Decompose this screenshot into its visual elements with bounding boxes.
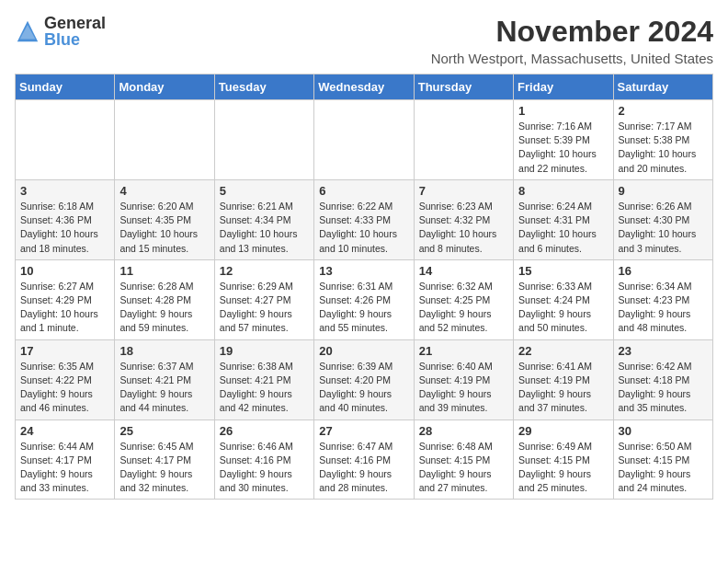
day-info: Sunrise: 6:41 AM Sunset: 4:19 PM Dayligh… [518,360,608,416]
logo-general: General [44,15,106,31]
calendar-cell: 28Sunrise: 6:48 AM Sunset: 4:15 PM Dayli… [414,419,513,500]
calendar-week-1: 1Sunrise: 7:16 AM Sunset: 5:39 PM Daylig… [16,100,713,180]
day-info: Sunrise: 7:17 AM Sunset: 5:38 PM Dayligh… [619,120,708,176]
day-info: Sunrise: 6:20 AM Sunset: 4:35 PM Dayligh… [119,200,209,256]
day-number: 23 [619,344,708,358]
day-info: Sunrise: 6:38 AM Sunset: 4:21 PM Dayligh… [220,360,309,416]
calendar-cell: 11Sunrise: 6:28 AM Sunset: 4:28 PM Dayli… [115,259,214,339]
day-number: 22 [518,344,608,358]
calendar-cell: 13Sunrise: 6:31 AM Sunset: 4:26 PM Dayli… [314,259,414,339]
day-info: Sunrise: 6:21 AM Sunset: 4:34 PM Dayligh… [220,200,309,256]
day-number: 2 [619,104,708,118]
calendar-cell: 17Sunrise: 6:35 AM Sunset: 4:22 PM Dayli… [16,339,115,419]
day-number: 25 [119,424,209,438]
calendar-cell: 21Sunrise: 6:40 AM Sunset: 4:19 PM Dayli… [414,339,513,419]
calendar-week-3: 10Sunrise: 6:27 AM Sunset: 4:29 PM Dayli… [16,259,713,339]
day-number: 16 [619,264,708,278]
calendar-cell: 16Sunrise: 6:34 AM Sunset: 4:23 PM Dayli… [613,259,712,339]
day-info: Sunrise: 6:45 AM Sunset: 4:17 PM Dayligh… [119,440,209,496]
calendar-cell: 30Sunrise: 6:50 AM Sunset: 4:15 PM Dayli… [613,419,712,500]
calendar-cell: 26Sunrise: 6:46 AM Sunset: 4:16 PM Dayli… [214,419,313,500]
calendar-cell: 5Sunrise: 6:21 AM Sunset: 4:34 PM Daylig… [214,179,313,259]
calendar-cell: 20Sunrise: 6:39 AM Sunset: 4:20 PM Dayli… [314,339,414,419]
day-number: 10 [20,264,109,278]
day-info: Sunrise: 6:39 AM Sunset: 4:20 PM Dayligh… [319,360,408,416]
calendar-cell: 4Sunrise: 6:20 AM Sunset: 4:35 PM Daylig… [115,179,214,259]
calendar-cell: 8Sunrise: 6:24 AM Sunset: 4:31 PM Daylig… [514,179,613,259]
day-number: 3 [20,184,109,198]
day-number: 13 [319,264,408,278]
day-number: 17 [20,344,109,358]
calendar-week-2: 3Sunrise: 6:18 AM Sunset: 4:36 PM Daylig… [16,179,713,259]
day-info: Sunrise: 7:16 AM Sunset: 5:39 PM Dayligh… [518,120,608,176]
calendar-cell: 19Sunrise: 6:38 AM Sunset: 4:21 PM Dayli… [214,339,313,419]
day-info: Sunrise: 6:40 AM Sunset: 4:19 PM Dayligh… [419,360,508,416]
calendar-cell: 29Sunrise: 6:49 AM Sunset: 4:15 PM Dayli… [514,419,613,500]
calendar-cell: 7Sunrise: 6:23 AM Sunset: 4:32 PM Daylig… [414,179,513,259]
day-info: Sunrise: 6:42 AM Sunset: 4:18 PM Dayligh… [619,360,708,416]
day-header-monday: Monday [115,75,214,100]
day-number: 5 [220,184,309,198]
day-number: 19 [220,344,309,358]
day-info: Sunrise: 6:29 AM Sunset: 4:27 PM Dayligh… [220,280,309,336]
day-info: Sunrise: 6:32 AM Sunset: 4:25 PM Dayligh… [419,280,508,336]
calendar-cell [214,100,313,180]
month-title: November 2024 [431,15,713,49]
day-number: 12 [220,264,309,278]
day-info: Sunrise: 6:35 AM Sunset: 4:22 PM Dayligh… [20,360,109,416]
day-info: Sunrise: 6:24 AM Sunset: 4:31 PM Dayligh… [518,200,608,256]
calendar-cell: 3Sunrise: 6:18 AM Sunset: 4:36 PM Daylig… [16,179,115,259]
day-info: Sunrise: 6:28 AM Sunset: 4:28 PM Dayligh… [119,280,209,336]
day-info: Sunrise: 6:46 AM Sunset: 4:16 PM Dayligh… [220,440,309,496]
calendar-cell: 22Sunrise: 6:41 AM Sunset: 4:19 PM Dayli… [514,339,613,419]
day-info: Sunrise: 6:37 AM Sunset: 4:21 PM Dayligh… [119,360,209,416]
day-header-sunday: Sunday [16,75,115,100]
calendar-cell [314,100,414,180]
day-info: Sunrise: 6:44 AM Sunset: 4:17 PM Dayligh… [20,440,109,496]
day-info: Sunrise: 6:48 AM Sunset: 4:15 PM Dayligh… [419,440,508,496]
calendar-cell [16,100,115,180]
calendar-week-4: 17Sunrise: 6:35 AM Sunset: 4:22 PM Dayli… [16,339,713,419]
calendar-cell: 1Sunrise: 7:16 AM Sunset: 5:39 PM Daylig… [514,100,613,180]
day-header-saturday: Saturday [613,75,712,100]
day-info: Sunrise: 6:26 AM Sunset: 4:30 PM Dayligh… [619,200,708,256]
calendar-cell: 27Sunrise: 6:47 AM Sunset: 4:16 PM Dayli… [314,419,414,500]
day-number: 8 [518,184,608,198]
day-number: 24 [20,424,109,438]
calendar-week-5: 24Sunrise: 6:44 AM Sunset: 4:17 PM Dayli… [16,419,713,500]
day-number: 14 [419,264,508,278]
day-info: Sunrise: 6:23 AM Sunset: 4:32 PM Dayligh… [419,200,508,256]
calendar-cell: 12Sunrise: 6:29 AM Sunset: 4:27 PM Dayli… [214,259,313,339]
day-number: 4 [119,184,209,198]
day-info: Sunrise: 6:27 AM Sunset: 4:29 PM Dayligh… [20,280,109,336]
calendar-cell: 9Sunrise: 6:26 AM Sunset: 4:30 PM Daylig… [613,179,712,259]
day-number: 26 [220,424,309,438]
day-number: 27 [319,424,408,438]
day-info: Sunrise: 6:22 AM Sunset: 4:33 PM Dayligh… [319,200,408,256]
calendar-cell: 6Sunrise: 6:22 AM Sunset: 4:33 PM Daylig… [314,179,414,259]
day-info: Sunrise: 6:34 AM Sunset: 4:23 PM Dayligh… [619,280,708,336]
location-title: North Westport, Massachusetts, United St… [431,51,713,66]
day-info: Sunrise: 6:49 AM Sunset: 4:15 PM Dayligh… [518,440,608,496]
day-header-friday: Friday [514,75,613,100]
calendar-cell: 14Sunrise: 6:32 AM Sunset: 4:25 PM Dayli… [414,259,513,339]
calendar-cell: 10Sunrise: 6:27 AM Sunset: 4:29 PM Dayli… [16,259,115,339]
calendar-cell: 25Sunrise: 6:45 AM Sunset: 4:17 PM Dayli… [115,419,214,500]
logo: General Blue [15,15,106,48]
day-header-wednesday: Wednesday [314,75,414,100]
calendar-cell: 15Sunrise: 6:33 AM Sunset: 4:24 PM Dayli… [514,259,613,339]
calendar-header-row: SundayMondayTuesdayWednesdayThursdayFrid… [16,75,713,100]
day-info: Sunrise: 6:47 AM Sunset: 4:16 PM Dayligh… [319,440,408,496]
day-info: Sunrise: 6:18 AM Sunset: 4:36 PM Dayligh… [20,200,109,256]
logo-icon [15,18,40,44]
day-number: 20 [319,344,408,358]
day-number: 30 [619,424,708,438]
day-number: 15 [518,264,608,278]
calendar-cell [414,100,513,180]
title-area: November 2024 North Westport, Massachuse… [431,15,713,66]
calendar-cell: 24Sunrise: 6:44 AM Sunset: 4:17 PM Dayli… [16,419,115,500]
calendar-cell: 18Sunrise: 6:37 AM Sunset: 4:21 PM Dayli… [115,339,214,419]
calendar-cell [115,100,214,180]
day-number: 11 [119,264,209,278]
day-info: Sunrise: 6:31 AM Sunset: 4:26 PM Dayligh… [319,280,408,336]
